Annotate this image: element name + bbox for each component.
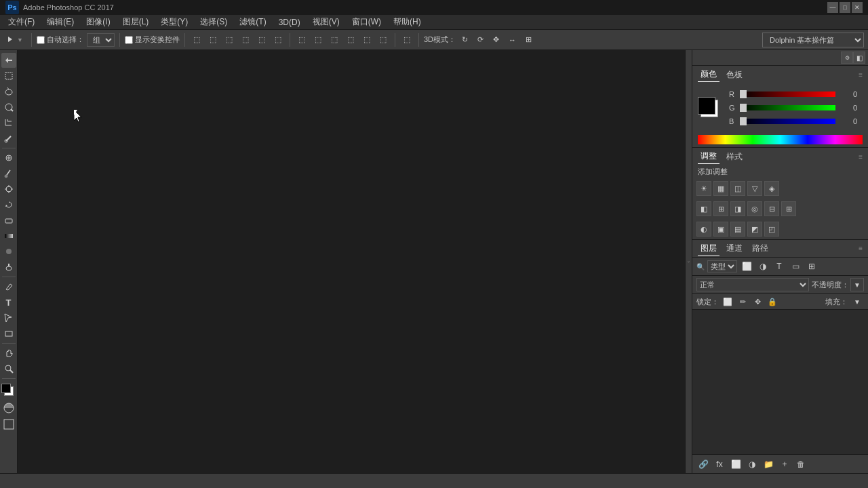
brightness-btn[interactable]: ☀ bbox=[696, 181, 711, 196]
channelmix-btn[interactable]: ⊟ bbox=[764, 201, 779, 216]
move-tool[interactable] bbox=[1, 53, 16, 68]
tab-channels[interactable]: 通道 bbox=[724, 241, 745, 256]
distribute-hcenter-btn[interactable]: ⬚ bbox=[360, 33, 374, 47]
layer-new-btn[interactable]: + bbox=[778, 458, 791, 471]
align-hcenter-btn[interactable]: ⬚ bbox=[255, 33, 269, 47]
workspace-selector[interactable]: Dolphin 基本操作篇 bbox=[762, 33, 864, 47]
tab-swatches[interactable]: 色板 bbox=[724, 68, 745, 82]
align-right-btn[interactable]: ⬚ bbox=[271, 33, 285, 47]
menu-filter[interactable]: 滤镜(T) bbox=[234, 15, 271, 29]
window-controls[interactable]: — □ ✕ bbox=[827, 2, 863, 13]
show-transform-label[interactable]: 显示变换控件 bbox=[125, 35, 180, 45]
threshold-btn[interactable]: ▤ bbox=[730, 222, 745, 237]
lock-pixels-btn[interactable]: ⬜ bbox=[722, 296, 734, 308]
distribute-top-btn[interactable]: ⬚ bbox=[295, 33, 309, 47]
adjust-panel-expand[interactable]: ≡ bbox=[859, 153, 863, 161]
layer-type-icon[interactable]: T bbox=[772, 260, 786, 273]
blur-tool[interactable] bbox=[1, 244, 16, 259]
tool-options-arrow[interactable]: ▼ bbox=[4, 33, 26, 47]
clone-tool[interactable] bbox=[1, 182, 16, 197]
photofilter-btn[interactable]: ◎ bbox=[747, 201, 762, 216]
screen-mode-btn[interactable] bbox=[3, 418, 15, 432]
menu-edit[interactable]: 编辑(E) bbox=[41, 15, 79, 29]
selectivecolor-btn[interactable]: ◰ bbox=[764, 222, 779, 237]
menu-window[interactable]: 窗口(W) bbox=[347, 15, 387, 29]
coloreq-btn[interactable]: ⊞ bbox=[781, 201, 796, 216]
align-top-btn[interactable]: ⬚ bbox=[190, 33, 203, 47]
quick-select-tool[interactable] bbox=[1, 100, 16, 115]
distribute-left-btn[interactable]: ⬚ bbox=[344, 33, 357, 47]
hand-tool[interactable] bbox=[1, 346, 16, 361]
menu-help[interactable]: 帮助(H) bbox=[388, 15, 427, 29]
foreground-color-swatch[interactable] bbox=[1, 384, 11, 393]
menu-image[interactable]: 图像(I) bbox=[81, 15, 115, 29]
menu-layer[interactable]: 图层(L) bbox=[117, 15, 155, 29]
blue-slider[interactable] bbox=[740, 119, 835, 124]
pen-tool[interactable] bbox=[1, 279, 16, 294]
panel-collapse-btn[interactable]: ◧ bbox=[853, 52, 865, 64]
layer-delete-btn[interactable]: 🗑 bbox=[794, 458, 808, 471]
color-spectrum[interactable] bbox=[698, 135, 863, 144]
tab-style[interactable]: 样式 bbox=[724, 150, 745, 164]
quick-mask-btn[interactable] bbox=[3, 402, 15, 416]
tab-color[interactable]: 颜色 bbox=[698, 67, 719, 82]
lock-move-btn[interactable]: ✥ bbox=[751, 296, 764, 308]
healing-tool[interactable] bbox=[1, 150, 16, 165]
lock-position-btn[interactable]: ✏ bbox=[736, 296, 749, 308]
layer-adjust-icon[interactable]: ◑ bbox=[756, 260, 770, 273]
zoom-tool[interactable] bbox=[1, 361, 16, 376]
right-collapse-handle[interactable]: › bbox=[685, 50, 692, 473]
gradient-tool[interactable] bbox=[1, 228, 16, 243]
color-picker[interactable] bbox=[1, 384, 16, 399]
lasso-tool[interactable] bbox=[1, 84, 16, 99]
color-panel-expand[interactable]: ≡ bbox=[859, 71, 863, 79]
tab-layers[interactable]: 图层 bbox=[698, 241, 719, 256]
tab-adjust[interactable]: 调整 bbox=[698, 149, 719, 164]
tab-paths[interactable]: 路径 bbox=[749, 241, 771, 256]
panel-settings-btn[interactable]: ⚙ bbox=[841, 52, 853, 64]
eraser-tool[interactable] bbox=[1, 213, 16, 228]
posterize-btn[interactable]: ▣ bbox=[713, 222, 728, 237]
arrange-btn[interactable]: ⬚ bbox=[400, 33, 414, 47]
fill-dropdown[interactable]: ▼ bbox=[850, 296, 864, 308]
close-button[interactable]: ✕ bbox=[852, 2, 863, 13]
layer-pixel-icon[interactable]: ⬜ bbox=[740, 260, 753, 273]
path-select-tool[interactable] bbox=[1, 310, 16, 325]
curves-btn[interactable]: ◫ bbox=[730, 181, 745, 196]
menu-view[interactable]: 视图(V) bbox=[307, 15, 345, 29]
layer-mask-btn[interactable]: ⬜ bbox=[729, 458, 743, 471]
colorbalance-btn[interactable]: ⊞ bbox=[713, 201, 728, 216]
auto-select-label[interactable]: 自动选择： bbox=[37, 35, 84, 45]
history-brush-tool[interactable] bbox=[1, 197, 16, 212]
3d-slide-btn[interactable]: ↔ bbox=[505, 33, 519, 47]
auto-select-dropdown[interactable]: 组 bbox=[87, 33, 115, 47]
layers-type-select[interactable]: 类型 bbox=[707, 260, 737, 272]
align-vcenter-btn[interactable]: ⬚ bbox=[206, 33, 220, 47]
layer-link-btn[interactable]: 🔗 bbox=[696, 458, 710, 471]
show-transform-checkbox[interactable] bbox=[125, 36, 133, 44]
crop-tool[interactable] bbox=[1, 115, 16, 130]
distribute-bottom-btn[interactable]: ⬚ bbox=[328, 33, 341, 47]
shape-tool[interactable] bbox=[1, 326, 16, 341]
layer-shape-icon[interactable]: ▭ bbox=[789, 260, 802, 273]
invert-btn[interactable]: ◐ bbox=[696, 222, 711, 237]
color-swatches[interactable] bbox=[698, 97, 719, 119]
maximize-button[interactable]: □ bbox=[840, 2, 850, 13]
layer-fill-btn[interactable]: ◑ bbox=[745, 458, 759, 471]
3d-scale-btn[interactable]: ⊞ bbox=[522, 33, 535, 47]
layer-smart-icon[interactable]: ⊞ bbox=[805, 260, 818, 273]
auto-select-checkbox[interactable] bbox=[37, 36, 45, 44]
distribute-vcenter-btn[interactable]: ⬚ bbox=[311, 33, 325, 47]
menu-file[interactable]: 文件(F) bbox=[3, 15, 40, 29]
dodge-tool[interactable] bbox=[1, 260, 16, 274]
levels-btn[interactable]: ▦ bbox=[713, 181, 728, 196]
type-tool[interactable]: T bbox=[1, 295, 16, 310]
brush-tool[interactable] bbox=[1, 166, 16, 181]
gradientmap-btn[interactable]: ◩ bbox=[747, 222, 762, 237]
align-bottom-btn[interactable]: ⬚ bbox=[222, 33, 236, 47]
lock-all-btn[interactable]: 🔒 bbox=[766, 296, 778, 308]
bw-btn[interactable]: ◨ bbox=[730, 201, 745, 216]
distribute-right-btn[interactable]: ⬚ bbox=[376, 33, 390, 47]
layer-fx-btn[interactable]: fx bbox=[713, 458, 726, 471]
menu-type[interactable]: 类型(Y) bbox=[155, 15, 193, 29]
